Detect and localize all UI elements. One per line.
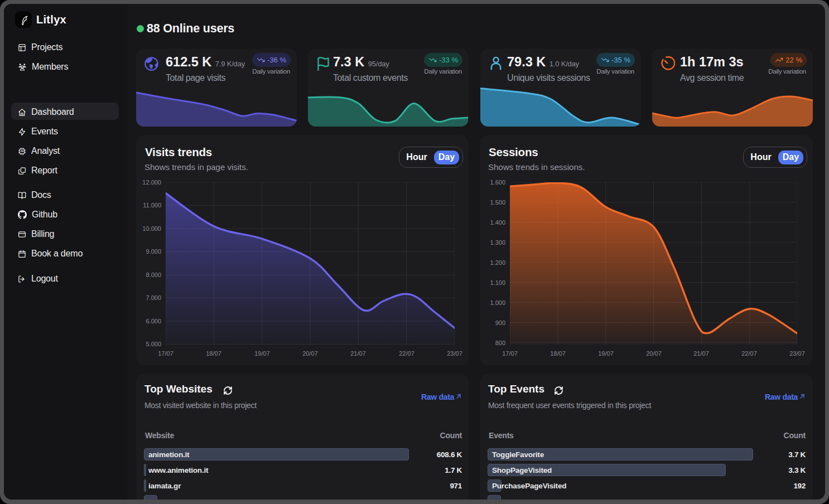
svg-text:AI: AI: [21, 149, 24, 153]
